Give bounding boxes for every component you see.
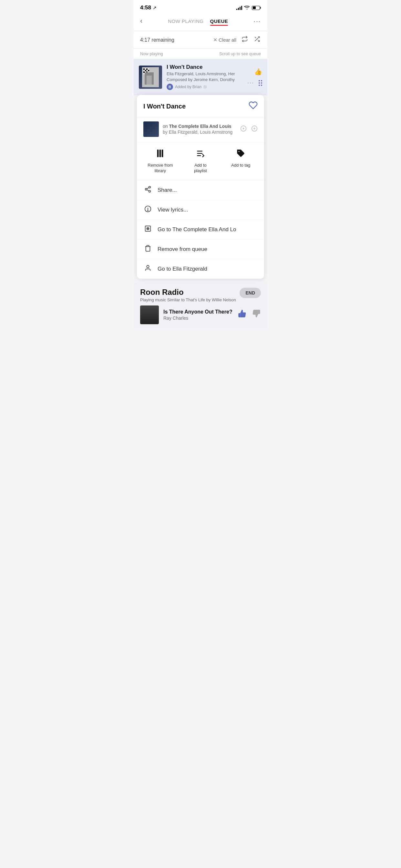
status-bar: 4:58 ↗ xyxy=(134,0,267,13)
radio-info: Roon Radio Playing music Similar to That… xyxy=(140,288,236,302)
radio-title: Roon Radio xyxy=(140,288,236,297)
album-thumbnail xyxy=(143,121,159,137)
album-name: The Complete Ella And Louis xyxy=(169,124,231,129)
device-icon: ⊟ xyxy=(204,85,207,89)
svg-rect-9 xyxy=(159,150,161,157)
track-info: I Won't Dance Ella Fitzgerald, Louis Arm… xyxy=(166,64,243,90)
album-artists: Ella Fitzgerald, Louis Armstrong xyxy=(169,129,233,135)
library-icon xyxy=(156,149,165,160)
radio-track-info: Is There Anyone Out There? Ray Charles xyxy=(163,309,233,321)
end-radio-button[interactable]: END xyxy=(240,288,261,298)
x-icon: ✕ xyxy=(213,37,217,43)
go-to-album-label: Go to The Complete Ella And Lo xyxy=(158,226,236,233)
queue-info-bar: 4:17 remaining ✕ Clear all xyxy=(134,31,267,49)
play-icon[interactable] xyxy=(240,125,247,133)
share-label: Share... xyxy=(158,187,177,193)
radio-track-title: Is There Anyone Out There? xyxy=(163,309,233,315)
go-to-artist-item[interactable]: Go to Ella Fitzgerald xyxy=(137,259,264,279)
menu-actions-row: Remove fromlibrary Add toplaylist xyxy=(137,143,264,181)
menu-song-title: I Won't Dance xyxy=(143,103,186,110)
add-to-tag-button[interactable]: Add to tag xyxy=(220,149,261,174)
album-icon xyxy=(143,225,152,234)
menu-album-icons xyxy=(240,125,258,133)
status-time: 4:58 xyxy=(140,4,151,11)
tab-now-playing[interactable]: NOW PLAYING xyxy=(168,19,204,24)
clear-all-label: Clear all xyxy=(219,37,236,42)
svg-point-24 xyxy=(148,228,149,229)
queue-remaining: 4:17 remaining xyxy=(140,37,174,43)
lyrics-label: View lyrics... xyxy=(158,207,188,213)
tab-queue[interactable]: QUEUE xyxy=(210,19,228,24)
go-to-album-item[interactable]: Go to The Complete Ella And Lo xyxy=(137,220,264,240)
svg-rect-10 xyxy=(162,150,163,157)
svg-point-17 xyxy=(149,190,151,192)
svg-point-25 xyxy=(147,266,149,268)
track-artists: Ella Fitzgerald, Louis Armstrong, Her xyxy=(166,71,243,76)
thumbs-up-button[interactable]: 👍 xyxy=(254,68,262,75)
menu-song-header: I Won't Dance xyxy=(137,95,264,118)
wifi-icon xyxy=(244,5,250,11)
trash-icon xyxy=(143,245,152,254)
battery-icon xyxy=(252,6,261,10)
svg-rect-8 xyxy=(157,150,159,157)
track-options-button[interactable]: ··· xyxy=(247,80,254,86)
radio-vote-buttons xyxy=(238,309,261,320)
track-title: I Won't Dance xyxy=(166,64,243,70)
remove-queue-label: Remove from queue xyxy=(158,246,207,252)
add-tag-label: Add to tag xyxy=(231,163,250,168)
radio-subtitle: Playing music Similar to That's Life by … xyxy=(140,298,236,302)
back-button[interactable]: ‹ xyxy=(140,17,143,25)
scroll-label: Scroll up to see queue xyxy=(201,51,261,56)
album-text: on The Complete Ella And Louis by Ella F… xyxy=(163,124,236,135)
add-to-playlist-button[interactable]: Add toplaylist xyxy=(181,149,221,174)
clear-all-button[interactable]: ✕ Clear all xyxy=(213,37,236,43)
view-lyrics-item[interactable]: View lyrics... xyxy=(137,200,264,220)
remove-library-label: Remove fromlibrary xyxy=(148,163,173,174)
svg-point-15 xyxy=(149,186,151,188)
queue-actions: ✕ Clear all xyxy=(213,36,261,44)
context-menu: I Won't Dance on The Complete Ella And L… xyxy=(137,95,264,279)
track-actions: 👍 ··· xyxy=(247,68,262,86)
drag-handle[interactable] xyxy=(258,80,262,86)
thumbs-down-radio-button[interactable] xyxy=(252,309,261,320)
svg-point-16 xyxy=(145,188,147,190)
added-avatar: B xyxy=(166,84,173,90)
signal-icon xyxy=(236,5,242,10)
more-button[interactable]: ··· xyxy=(253,18,261,25)
svg-line-18 xyxy=(147,190,149,191)
shuffle-button[interactable] xyxy=(253,36,261,44)
menu-album-info: on The Complete Ella And Louis by Ella F… xyxy=(137,118,264,143)
album-on: on The Complete Ella And Louis xyxy=(163,124,236,129)
repeat-button[interactable] xyxy=(241,36,249,44)
added-by-text: Added by Brian xyxy=(175,85,202,89)
location-icon: ↗ xyxy=(153,5,157,10)
playlist-icon xyxy=(196,149,205,160)
nav-bar: ‹ NOW PLAYING QUEUE ··· xyxy=(134,13,267,30)
svg-marker-4 xyxy=(243,127,244,129)
track-composed: Composed by Jerome Kern, Dorothy xyxy=(166,77,243,82)
track-thumbnail xyxy=(139,66,162,89)
nav-tabs: NOW PLAYING QUEUE xyxy=(168,19,228,24)
radio-track-thumbnail xyxy=(140,306,159,324)
section-divider: Now playing Scroll up to see queue xyxy=(134,49,267,59)
remove-from-queue-item[interactable]: Remove from queue xyxy=(137,240,264,259)
share-item[interactable]: Share... xyxy=(137,181,264,200)
album-by: by Ella Fitzgerald, Louis Armstrong xyxy=(163,129,236,135)
status-icons xyxy=(236,5,261,11)
add-playlist-label: Add toplaylist xyxy=(194,163,207,174)
roon-radio-footer: Roon Radio Playing music Similar to That… xyxy=(134,283,267,328)
radio-track-artist: Ray Charles xyxy=(163,315,233,321)
remove-from-library-button[interactable]: Remove fromlibrary xyxy=(140,149,181,174)
svg-point-21 xyxy=(148,210,148,211)
svg-line-19 xyxy=(147,188,149,189)
radio-header: Roon Radio Playing music Similar to That… xyxy=(140,288,261,302)
svg-line-2 xyxy=(255,37,256,38)
artist-icon xyxy=(143,265,152,274)
share-icon xyxy=(143,186,152,195)
thumbs-up-radio-button[interactable] xyxy=(238,309,247,320)
track-added: B Added by Brian ⊟ xyxy=(166,84,243,90)
tag-icon xyxy=(236,149,245,160)
radio-track-row: Is There Anyone Out There? Ray Charles xyxy=(140,306,261,324)
heart-button[interactable] xyxy=(249,101,258,112)
add-icon[interactable] xyxy=(251,125,258,133)
